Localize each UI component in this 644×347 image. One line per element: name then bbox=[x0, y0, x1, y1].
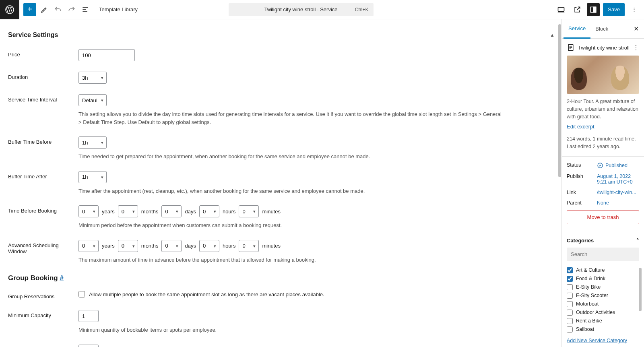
category-checkbox[interactable] bbox=[567, 284, 573, 290]
move-to-trash-button[interactable]: Move to trash bbox=[567, 211, 639, 224]
document-title-text: Twilight city wine stroll · Service bbox=[264, 6, 337, 12]
document-icon bbox=[567, 43, 575, 52]
published-check-icon bbox=[597, 162, 603, 169]
category-label: Motorboat bbox=[576, 301, 599, 307]
edit-excerpt-link[interactable]: Edit excerpt bbox=[567, 124, 594, 130]
categories-heading[interactable]: Categories ˄ bbox=[567, 236, 639, 248]
buffer-after-select[interactable]: 1h bbox=[78, 171, 107, 183]
service-settings-heading: Service Settings ▴ bbox=[8, 31, 553, 39]
aw-hours-select[interactable]: 0 bbox=[199, 240, 219, 252]
undo-icon[interactable] bbox=[52, 3, 64, 16]
svg-rect-1 bbox=[558, 7, 564, 11]
category-checkbox[interactable] bbox=[567, 326, 573, 333]
sidebar-toggle-icon[interactable] bbox=[587, 3, 600, 16]
duration-select[interactable]: 3h bbox=[78, 72, 107, 84]
category-scrollbar[interactable] bbox=[639, 268, 642, 311]
redo-icon[interactable] bbox=[65, 3, 78, 16]
document-title-button[interactable]: Twilight city wine stroll · Service Ctrl… bbox=[229, 3, 374, 16]
category-item[interactable]: Sailboat bbox=[567, 325, 639, 334]
max-cap-label: Maximum Capacity bbox=[8, 345, 78, 347]
category-label: E-Sity Bike bbox=[576, 284, 601, 290]
link-value[interactable]: /twilight-city-win... bbox=[597, 190, 639, 195]
publish-value[interactable]: August 1, 20229:21 am UTC+0 bbox=[597, 174, 639, 185]
category-checkbox[interactable] bbox=[567, 318, 573, 324]
interval-select[interactable]: Default bbox=[78, 94, 107, 106]
aw-minutes-select[interactable]: 0 bbox=[239, 240, 259, 252]
doc-actions-icon[interactable]: ⋮ bbox=[633, 44, 639, 52]
add-category-link[interactable]: Add New Service Category bbox=[567, 338, 627, 343]
add-block-button[interactable]: + bbox=[23, 3, 36, 16]
device-preview-icon[interactable] bbox=[555, 3, 568, 16]
parent-value[interactable]: None bbox=[597, 200, 639, 206]
min-cap-label: Minimum Capacity bbox=[8, 310, 78, 318]
adv-window-desc: The maximum amount of time in advance be… bbox=[78, 256, 505, 264]
price-label: Price bbox=[8, 49, 78, 58]
category-item[interactable]: Art & Culture bbox=[567, 266, 639, 275]
editor-canvas: Service Settings ▴ Price Duration 3h Ser… bbox=[0, 19, 561, 347]
options-menu-icon[interactable]: ⋮ bbox=[628, 3, 641, 16]
category-item[interactable]: E-Sity Scooter bbox=[567, 291, 639, 300]
tb-years-select[interactable]: 0 bbox=[78, 205, 99, 217]
document-outline-icon[interactable] bbox=[79, 3, 92, 16]
wordcount-meta: 214 words, 1 minute read time. bbox=[567, 135, 639, 143]
tab-block[interactable]: Block bbox=[590, 19, 613, 39]
svg-rect-3 bbox=[594, 7, 596, 12]
category-item[interactable]: Motorboat bbox=[567, 300, 639, 308]
tb-months-select[interactable]: 0 bbox=[118, 205, 138, 217]
category-checkbox[interactable] bbox=[567, 293, 573, 299]
time-before-label: Time Before Booking bbox=[8, 205, 78, 214]
group-res-checkbox[interactable] bbox=[78, 291, 85, 297]
time-before-desc: Minimum period before the appointment wh… bbox=[78, 221, 505, 229]
wordpress-logo-icon[interactable] bbox=[0, 0, 19, 19]
buffer-before-label: Buffer Time Before bbox=[8, 136, 78, 145]
doc-title: Twilight city wine stroll bbox=[578, 45, 630, 51]
category-search[interactable] bbox=[567, 248, 639, 261]
buffer-before-desc: Time needed to get prepared for the appo… bbox=[78, 153, 505, 161]
featured-image[interactable] bbox=[567, 56, 639, 94]
max-cap-input[interactable] bbox=[78, 345, 99, 347]
template-library-link[interactable]: Template Library bbox=[99, 6, 138, 12]
buffer-after-desc: Time after the appointment (rest, cleanu… bbox=[78, 187, 505, 195]
min-cap-desc: Minimum quantity of bookable items or sp… bbox=[78, 326, 505, 334]
status-value[interactable]: Published bbox=[597, 162, 639, 169]
category-label: Sailboat bbox=[576, 326, 594, 332]
save-button[interactable]: Save bbox=[603, 3, 625, 16]
edit-tool-icon[interactable] bbox=[38, 3, 51, 16]
tb-hours-select[interactable]: 0 bbox=[199, 205, 219, 217]
group-res-label: Group Reservations bbox=[8, 291, 78, 299]
publish-label: Publish bbox=[567, 174, 597, 179]
aw-years-select[interactable]: 0 bbox=[78, 240, 99, 252]
category-checkbox[interactable] bbox=[567, 310, 573, 316]
price-input[interactable] bbox=[78, 49, 135, 61]
category-checkbox[interactable] bbox=[567, 276, 573, 282]
category-item[interactable]: Food & Drink bbox=[567, 275, 639, 283]
category-list: Art & CultureFood & DrinkE-Sity BikeE-Si… bbox=[567, 266, 639, 334]
buffer-before-select[interactable]: 1h bbox=[78, 136, 107, 149]
tb-minutes-select[interactable]: 0 bbox=[239, 205, 259, 217]
tab-service[interactable]: Service bbox=[564, 19, 590, 39]
last-edited-meta: Last edited 2 years ago. bbox=[567, 143, 639, 151]
parent-label: Parent bbox=[567, 200, 597, 206]
category-item[interactable]: Rent a Bike bbox=[567, 317, 639, 325]
collapse-icon[interactable]: ▴ bbox=[551, 32, 553, 38]
external-link-icon[interactable] bbox=[571, 3, 584, 16]
status-label: Status bbox=[567, 162, 597, 168]
category-checkbox[interactable] bbox=[567, 267, 573, 273]
aw-days-select[interactable]: 0 bbox=[161, 240, 182, 252]
tb-days-select[interactable]: 0 bbox=[161, 205, 182, 217]
aw-months-select[interactable]: 0 bbox=[118, 240, 138, 252]
category-label: Rent a Bike bbox=[576, 318, 602, 324]
group-booking-anchor[interactable]: # bbox=[60, 274, 63, 282]
shortcut-hint: Ctrl+K bbox=[355, 7, 369, 12]
min-cap-input[interactable] bbox=[78, 310, 99, 322]
category-checkbox[interactable] bbox=[567, 301, 573, 307]
settings-sidebar: Service Block ✕ Twilight city wine strol… bbox=[561, 19, 644, 347]
category-item[interactable]: E-Sity Bike bbox=[567, 283, 639, 291]
category-search-input[interactable] bbox=[571, 251, 638, 257]
category-label: Outdoor Activities bbox=[576, 310, 615, 315]
category-item[interactable]: Outdoor Activities bbox=[567, 308, 639, 317]
editor-scrollbar[interactable] bbox=[558, 24, 561, 177]
close-sidebar-icon[interactable]: ✕ bbox=[630, 23, 642, 35]
group-res-checkbox-row[interactable]: Allow multiple people to book the same a… bbox=[78, 291, 553, 297]
interval-desc: This setting allows you to divide the da… bbox=[78, 110, 505, 126]
